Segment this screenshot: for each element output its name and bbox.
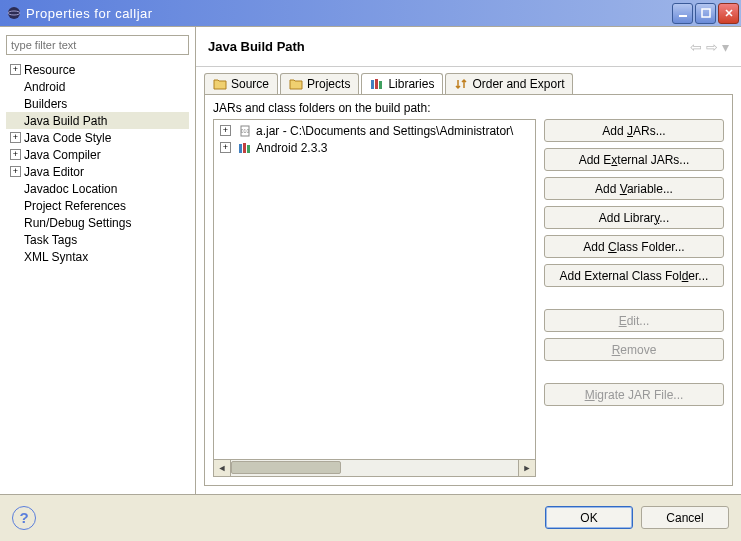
- tab-projects[interactable]: Projects: [280, 73, 359, 94]
- left-panel: +ResourceAndroidBuildersJava Build Path+…: [0, 27, 196, 494]
- folder-icon: [289, 78, 303, 90]
- add_lib-button[interactable]: Add Library...: [544, 206, 724, 229]
- tree-item-label: Java Compiler: [24, 148, 101, 162]
- tree-toggle-icon[interactable]: +: [10, 166, 21, 177]
- tree-item-label: Builders: [24, 97, 67, 111]
- tab-description: JARs and class folders on the build path…: [213, 101, 724, 115]
- tree-item[interactable]: Task Tags: [6, 231, 189, 248]
- tree-item[interactable]: Run/Debug Settings: [6, 214, 189, 231]
- tab-label: Libraries: [388, 77, 434, 91]
- libraries-tab-content: JARs and class folders on the build path…: [204, 94, 733, 486]
- property-tree[interactable]: +ResourceAndroidBuildersJava Build Path+…: [6, 61, 189, 265]
- page-header: Java Build Path ⇦ ⇨ ▾: [196, 27, 741, 67]
- back-icon[interactable]: ⇦: [690, 39, 702, 55]
- tab-source[interactable]: Source: [204, 73, 278, 94]
- tree-item-label: Java Code Style: [24, 131, 111, 145]
- horizontal-scrollbar[interactable]: ◄ ►: [213, 460, 536, 477]
- cancel-button[interactable]: Cancel: [641, 506, 729, 529]
- page-title: Java Build Path: [208, 39, 690, 54]
- tree-toggle-icon[interactable]: +: [220, 125, 231, 136]
- add_var-button[interactable]: Add Variable...: [544, 177, 724, 200]
- tab-label: Source: [231, 77, 269, 91]
- window-title: Properties for calljar: [26, 6, 672, 21]
- svg-point-0: [8, 7, 20, 19]
- jar-entry-label: a.jar - C:\Documents and Settings\Admini…: [256, 124, 513, 138]
- tree-toggle-icon[interactable]: +: [220, 142, 231, 153]
- scroll-right-button[interactable]: ►: [518, 460, 535, 476]
- add_cls-button[interactable]: Add Class Folder...: [544, 235, 724, 258]
- scroll-track[interactable]: [231, 460, 518, 476]
- jar-tree[interactable]: +010a.jar - C:\Documents and Settings\Ad…: [213, 119, 536, 460]
- help-icon[interactable]: ?: [12, 506, 36, 530]
- tree-toggle-icon[interactable]: +: [10, 149, 21, 160]
- tab-label: Projects: [307, 77, 350, 91]
- tab-order-and-export[interactable]: Order and Export: [445, 73, 573, 94]
- tab-label: Order and Export: [472, 77, 564, 91]
- jar-entry[interactable]: +010a.jar - C:\Documents and Settings\Ad…: [216, 122, 533, 139]
- svg-rect-5: [375, 79, 378, 89]
- svg-rect-3: [702, 9, 710, 17]
- button-column: Add JARs...Add External JARs...Add Varia…: [544, 119, 724, 477]
- tree-toggle-icon[interactable]: +: [10, 132, 21, 143]
- tree-item[interactable]: Java Build Path: [6, 112, 189, 129]
- eclipse-icon: [6, 5, 22, 21]
- tree-item-label: Javadoc Location: [24, 182, 117, 196]
- menu-dropdown-icon[interactable]: ▾: [722, 39, 729, 55]
- filter-input[interactable]: [6, 35, 189, 55]
- add_ext_jars-button[interactable]: Add External JARs...: [544, 148, 724, 171]
- tree-item[interactable]: +Java Code Style: [6, 129, 189, 146]
- svg-rect-10: [243, 143, 246, 153]
- tree-item-label: Project References: [24, 199, 126, 213]
- svg-text:010: 010: [241, 128, 250, 134]
- minimize-button[interactable]: [672, 3, 693, 24]
- jar-entry-label: Android 2.3.3: [256, 141, 327, 155]
- tree-item[interactable]: +Resource: [6, 61, 189, 78]
- tree-item-label: Android: [24, 80, 65, 94]
- tab-libraries[interactable]: Libraries: [361, 73, 443, 94]
- tree-item[interactable]: Javadoc Location: [6, 180, 189, 197]
- svg-rect-9: [239, 144, 242, 153]
- tree-item[interactable]: Builders: [6, 95, 189, 112]
- svg-rect-6: [379, 81, 382, 89]
- add_jars-button[interactable]: Add JARs...: [544, 119, 724, 142]
- tree-item-label: Java Build Path: [24, 114, 107, 128]
- tree-toggle-icon[interactable]: +: [10, 64, 21, 75]
- tree-item[interactable]: +Java Compiler: [6, 146, 189, 163]
- jar-entry[interactable]: +Android 2.3.3: [216, 139, 533, 156]
- tree-item[interactable]: +Java Editor: [6, 163, 189, 180]
- folder-icon: [213, 78, 227, 90]
- scroll-left-button[interactable]: ◄: [214, 460, 231, 476]
- bottom-bar: ? OK Cancel: [0, 494, 741, 540]
- svg-rect-4: [371, 80, 374, 89]
- order-icon: [454, 78, 468, 90]
- add_ext_cls-button[interactable]: Add External Class Folder...: [544, 264, 724, 287]
- migrate-button: Migrate JAR File...: [544, 383, 724, 406]
- ok-button[interactable]: OK: [545, 506, 633, 529]
- forward-icon[interactable]: ⇨: [706, 39, 718, 55]
- svg-rect-11: [247, 145, 250, 153]
- tree-item[interactable]: Project References: [6, 197, 189, 214]
- tree-item-label: XML Syntax: [24, 250, 88, 264]
- tree-item-label: Java Editor: [24, 165, 84, 179]
- tree-item-label: Run/Debug Settings: [24, 216, 131, 230]
- scroll-thumb[interactable]: [231, 461, 341, 474]
- jar-icon: 010: [237, 124, 253, 138]
- edit-button: Edit...: [544, 309, 724, 332]
- library-icon: [370, 78, 384, 90]
- svg-rect-2: [679, 15, 687, 17]
- titlebar: Properties for calljar: [0, 0, 741, 26]
- tree-item[interactable]: Android: [6, 78, 189, 95]
- tree-item[interactable]: XML Syntax: [6, 248, 189, 265]
- close-button[interactable]: [718, 3, 739, 24]
- remove-button: Remove: [544, 338, 724, 361]
- tree-item-label: Resource: [24, 63, 75, 77]
- lib-icon: [237, 141, 253, 155]
- maximize-button[interactable]: [695, 3, 716, 24]
- tab-bar: SourceProjectsLibrariesOrder and Export: [204, 73, 733, 94]
- tree-item-label: Task Tags: [24, 233, 77, 247]
